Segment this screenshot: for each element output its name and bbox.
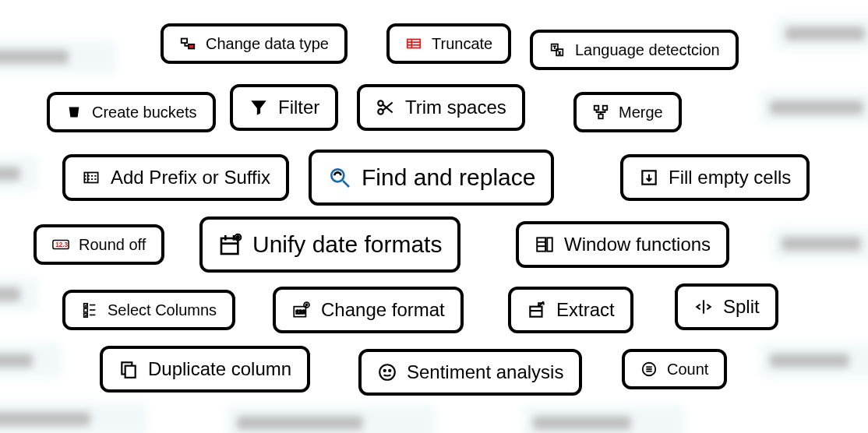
window-icon — [535, 234, 555, 255]
tile-extract[interactable]: Extract — [508, 287, 633, 333]
tile-merge[interactable]: Merge — [573, 92, 682, 132]
tile-duplicate-column[interactable]: Duplicate column — [100, 346, 310, 393]
change-format-icon: 123 — [291, 300, 312, 320]
tile-select-columns[interactable]: Select Columns — [62, 290, 235, 330]
svg-rect-11 — [603, 106, 608, 111]
svg-rect-10 — [595, 106, 599, 111]
ghost-tile — [0, 276, 39, 312]
tile-label: Trim spaces — [405, 97, 506, 118]
tile-label: Select Columns — [108, 301, 217, 319]
tile-label: Unify date formats — [252, 231, 442, 258]
svg-rect-13 — [84, 173, 97, 183]
extract-icon — [527, 300, 547, 320]
ghost-tile — [0, 343, 62, 378]
ghost-tile — [0, 156, 39, 192]
split-icon — [693, 297, 714, 317]
duplicate-icon — [118, 359, 139, 379]
ghost-tile — [774, 16, 868, 51]
tile-language-detection[interactable]: Language detectcion — [530, 30, 739, 70]
svg-text:123: 123 — [295, 308, 305, 315]
data-type-icon — [179, 35, 196, 52]
tile-filter[interactable]: Filter — [230, 84, 338, 131]
fill-down-icon — [639, 167, 659, 188]
find-replace-icon — [327, 165, 352, 190]
ghost-tile — [771, 226, 868, 262]
tile-label: Fill empty cells — [669, 167, 791, 188]
svg-point-17 — [331, 169, 344, 181]
tile-create-buckets[interactable]: Create buckets — [47, 92, 216, 132]
svg-rect-1 — [189, 44, 194, 48]
tile-label: Language detectcion — [575, 41, 720, 59]
count-icon — [640, 361, 658, 378]
svg-rect-2 — [408, 40, 421, 48]
sentiment-icon — [377, 362, 397, 382]
svg-point-27 — [237, 236, 239, 238]
bucket-icon — [65, 104, 83, 121]
tile-label: Extract — [556, 299, 615, 321]
ghost-tile — [0, 401, 148, 433]
svg-rect-46 — [125, 366, 136, 378]
svg-rect-22 — [221, 238, 238, 254]
tile-label: Merge — [619, 104, 663, 121]
tile-label: Find and replace — [362, 164, 535, 191]
tile-label: Change format — [321, 299, 445, 321]
svg-text:12.3: 12.3 — [55, 241, 68, 248]
calendar-gear-icon — [218, 232, 243, 257]
tile-label: Split — [723, 296, 760, 318]
tile-round-off[interactable]: 12.3 Round off — [34, 224, 164, 265]
svg-line-18 — [343, 181, 349, 187]
tile-fill-empty-cells[interactable]: Fill empty cells — [620, 154, 810, 201]
tile-add-prefix-suffix[interactable]: Add Prefix or Suffix — [62, 154, 289, 201]
svg-point-47 — [379, 364, 395, 380]
svg-rect-12 — [598, 114, 603, 119]
svg-point-49 — [389, 370, 390, 371]
tile-sentiment-analysis[interactable]: Sentiment analysis — [358, 349, 582, 396]
ghost-tile — [522, 405, 686, 433]
language-icon — [549, 41, 566, 58]
svg-rect-0 — [182, 39, 187, 44]
svg-rect-29 — [547, 238, 552, 251]
tile-split[interactable]: Split — [675, 283, 778, 330]
svg-point-41 — [305, 304, 307, 305]
tile-count[interactable]: Count — [622, 349, 727, 389]
svg-rect-33 — [84, 308, 88, 312]
ghost-tile — [759, 343, 868, 378]
tile-label: Change data type — [206, 35, 329, 53]
tile-label: Window functions — [564, 234, 711, 255]
ghost-tile — [226, 405, 436, 433]
tile-label: Filter — [278, 97, 319, 118]
prefix-suffix-icon — [81, 167, 101, 188]
tile-change-format[interactable]: 123 Change format — [273, 287, 464, 333]
tile-label: Count — [667, 361, 708, 378]
tile-label: Add Prefix or Suffix — [111, 167, 270, 188]
svg-point-48 — [384, 370, 386, 371]
svg-rect-28 — [537, 238, 545, 251]
tile-label: Truncate — [432, 35, 492, 53]
tile-label: Duplicate column — [148, 358, 291, 380]
tile-find-and-replace[interactable]: Find and replace — [309, 150, 554, 206]
tile-window-functions[interactable]: Window functions — [516, 221, 729, 268]
merge-icon — [592, 104, 609, 121]
tile-truncate[interactable]: Truncate — [386, 23, 511, 64]
tile-label: Round off — [79, 236, 146, 254]
ghost-tile — [759, 90, 868, 125]
tile-unify-date-formats[interactable]: Unify date formats — [199, 216, 460, 273]
truncate-icon — [405, 35, 422, 52]
filter-icon — [249, 97, 269, 118]
round-off-icon: 12.3 — [52, 236, 69, 253]
tile-label: Create buckets — [92, 104, 197, 121]
ghost-tile — [0, 39, 117, 75]
select-columns-icon — [81, 301, 98, 319]
tile-trim-spaces[interactable]: Trim spaces — [357, 84, 525, 131]
tile-label: Sentiment analysis — [407, 361, 563, 383]
scissors-icon — [376, 97, 396, 118]
tile-change-data-type[interactable]: Change data type — [161, 23, 348, 64]
